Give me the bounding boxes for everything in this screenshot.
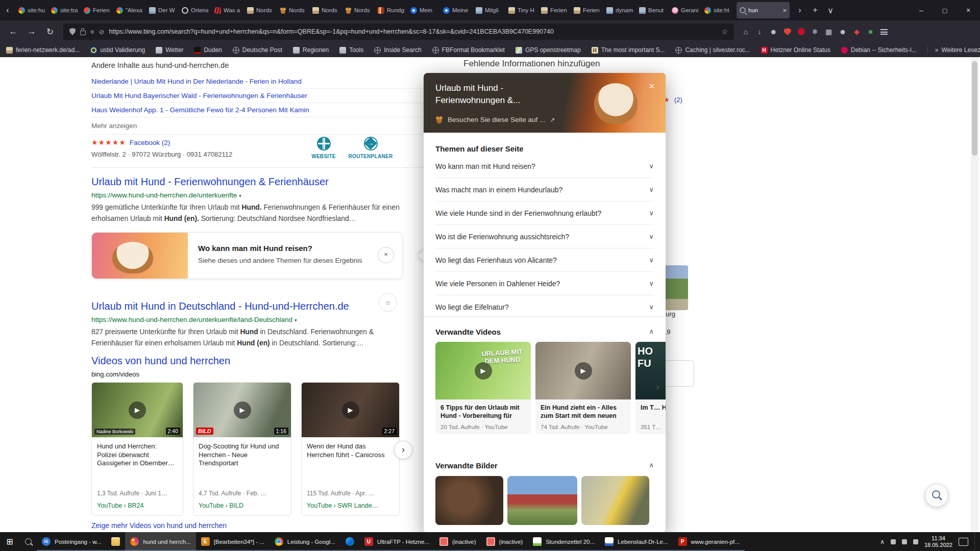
- related-image-garden[interactable]: [581, 476, 649, 525]
- browser-tab[interactable]: site:ht: [701, 0, 734, 20]
- browser-tab[interactable]: Ortena: [179, 0, 211, 20]
- bookmark-item[interactable]: Debian -- Sicherheits-l...: [841, 46, 917, 54]
- browser-tab[interactable]: "Alexa: [113, 0, 146, 20]
- facebook-link[interactable]: Facebook (2): [130, 139, 170, 146]
- related-image-house[interactable]: [507, 476, 577, 525]
- video-source-link[interactable]: YouTube › SWR Lande…: [307, 502, 378, 509]
- browser-tab[interactable]: Tiny H: [505, 0, 538, 20]
- close-icon[interactable]: ×: [378, 247, 394, 263]
- bookmark-item[interactable]: Duden: [194, 46, 222, 54]
- bookmark-item[interactable]: Deutsche Post: [233, 46, 282, 54]
- window-maximize-button[interactable]: ▢: [933, 7, 957, 14]
- result-title-link[interactable]: Urlaub mit Hund - Ferienwohnungen & Feri…: [91, 176, 403, 188]
- tab-close-icon[interactable]: ×: [782, 7, 787, 14]
- bookmark-item[interactable]: Hetzner Online Status: [761, 46, 830, 54]
- bookmark-item[interactable]: Regionen: [293, 46, 329, 54]
- chevron-down-icon[interactable]: ∨: [649, 233, 654, 240]
- browser-tab[interactable]: Der W: [146, 0, 179, 20]
- search-fab-button[interactable]: [925, 484, 948, 507]
- chevron-down-icon[interactable]: ∨: [649, 256, 654, 264]
- taskbar-chrome[interactable]: Leistung - Googl...: [270, 532, 340, 551]
- caret-down-icon[interactable]: ▾: [295, 317, 297, 323]
- collapse-icon[interactable]: ∧: [649, 328, 654, 335]
- browser-tab[interactable]: Mein: [407, 0, 440, 20]
- browser-tab[interactable]: Was a: [211, 0, 244, 20]
- taskbar-editor[interactable]: [Bearbeiten34*] - ...: [196, 532, 270, 551]
- lock-icon[interactable]: [80, 31, 86, 35]
- video-source-link[interactable]: YouTube › BILD: [199, 502, 243, 509]
- video-card[interactable]: ▶ BILD 1:16 Dog-Scooting für Hund und He…: [193, 382, 291, 516]
- url-text[interactable]: https://www.bing.com/search?q=hund+und+h…: [109, 28, 717, 35]
- browser-tab[interactable]: dynam: [603, 0, 636, 20]
- result-url[interactable]: https://www.hund-und-herrchen.de/unterku…: [91, 191, 403, 199]
- route-planner-button[interactable]: ROUTENPLANER: [342, 137, 399, 159]
- tracking-protection-icon[interactable]: [69, 28, 76, 35]
- contacts-icon[interactable]: ☻: [839, 28, 847, 36]
- reader-mode-icon[interactable]: ≡: [90, 28, 94, 36]
- tab-scroll-right-icon[interactable]: ›: [792, 6, 807, 15]
- tray-icon[interactable]: [902, 539, 907, 544]
- deeplink[interactable]: Haus Weidenhof App. 1 - Gemütliche Fewo …: [91, 103, 455, 117]
- forward-button[interactable]: →: [22, 27, 41, 37]
- videos-next-button[interactable]: ›: [394, 441, 412, 459]
- browser-tab[interactable]: Nords: [309, 0, 342, 20]
- browser-tab[interactable]: Meine: [440, 0, 473, 20]
- chevron-down-icon[interactable]: ∨: [649, 186, 654, 193]
- collapse-icon[interactable]: ∧: [649, 461, 654, 469]
- browser-tab[interactable]: site:tra: [48, 0, 81, 20]
- chevron-down-icon[interactable]: ∨: [649, 209, 654, 217]
- topic-question[interactable]: Wo ist die Ferienwohnung aussichtsreich?…: [435, 225, 654, 248]
- page-scrollbar[interactable]: [971, 57, 978, 532]
- rating-count[interactable]: (2): [674, 96, 682, 104]
- window-minimize-button[interactable]: –: [910, 6, 933, 14]
- permissions-icon[interactable]: ⊘: [99, 28, 105, 36]
- browser-tab[interactable]: Nords: [342, 0, 375, 20]
- browser-tab[interactable]: Ferien: [571, 0, 603, 20]
- topic-question[interactable]: Wo kann man mit Hund reisen? ∨: [435, 155, 654, 178]
- bookmark-item[interactable]: ustid Validierung: [90, 46, 145, 54]
- taskbar-inactive-1[interactable]: (inactive): [434, 532, 481, 551]
- chevron-down-icon[interactable]: ∨: [649, 162, 654, 170]
- bookmark-item[interactable]: GPS openstreetmap: [516, 46, 581, 54]
- bookmark-item[interactable]: Wetter: [156, 46, 183, 54]
- menu-icon[interactable]: [880, 29, 888, 35]
- taskbar-writer[interactable]: Lebenslauf-Dr-Le...: [600, 532, 673, 551]
- taskbar-ultraftp[interactable]: UltraFTP - Hetzne...: [359, 532, 434, 551]
- bookmark-item[interactable]: Tools: [339, 46, 363, 54]
- deeplink[interactable]: Urlaub Mit Hund Bayerischer Wald - Ferie…: [91, 89, 455, 103]
- lightbulb-icon[interactable]: ☼: [379, 293, 397, 312]
- taskbar-explorer[interactable]: [106, 532, 125, 551]
- browser-tab[interactable]: Ferien: [81, 0, 113, 20]
- tab-scroll-left-icon[interactable]: ‹: [0, 6, 15, 15]
- taskbar-pdf[interactable]: www.geranien-pf...: [673, 532, 745, 551]
- related-image-man-dog[interactable]: [435, 476, 503, 525]
- bookmark-star-icon[interactable]: ☆: [721, 28, 728, 36]
- browser-tab[interactable]: Benut: [636, 0, 669, 20]
- scrollbar-thumb[interactable]: [972, 61, 977, 156]
- extension-icon[interactable]: ◆: [853, 28, 860, 36]
- video-card[interactable]: URLAUB MIT DEM HUND ▶ 6 Tipps für den Ur…: [435, 342, 531, 434]
- downloads-icon[interactable]: ↓: [756, 28, 763, 36]
- browser-tab[interactable]: hun ×: [737, 2, 790, 18]
- taskbar-firefox[interactable]: hund und herrch...: [125, 532, 195, 551]
- tray-expand-icon[interactable]: ∧: [880, 538, 885, 545]
- visit-site-link[interactable]: Besuchen Sie diese Seite auf ... ↗: [435, 116, 555, 123]
- bookmark-item[interactable]: The most important S...: [592, 46, 665, 54]
- taskbar-inactive-2[interactable]: (inactive): [481, 532, 528, 551]
- video-card[interactable]: ▶ Ein Hund zieht ein - Alles zum Start m…: [535, 342, 631, 434]
- home-icon[interactable]: ⌂: [742, 28, 749, 36]
- browser-tab[interactable]: Mitgli: [473, 0, 505, 20]
- topic-question[interactable]: Wie viele Personen in Dahlener Heide? ∨: [435, 272, 654, 295]
- account-icon[interactable]: ☻: [770, 28, 777, 36]
- show-desktop-button[interactable]: [974, 532, 977, 551]
- browser-tab[interactable]: Nords: [244, 0, 277, 20]
- videos-next-icon[interactable]: ›: [656, 381, 659, 392]
- video-card[interactable]: HO FU ▶ Im T… Hun… 351 T…: [635, 342, 666, 434]
- result-url[interactable]: https://www.hund-und-herrchen.de/unterku…: [91, 316, 403, 323]
- ublock-icon[interactable]: [784, 28, 791, 35]
- start-button[interactable]: ⊞: [0, 537, 19, 546]
- stats-icon[interactable]: ▦: [825, 28, 832, 36]
- taskbar-edge[interactable]: [340, 532, 359, 551]
- video-card[interactable]: ▶ 2:27 Wenn der Hund das Herrchen führt …: [301, 382, 400, 516]
- bookmark-item[interactable]: ferien-netzwerk.de/ad...: [6, 46, 80, 54]
